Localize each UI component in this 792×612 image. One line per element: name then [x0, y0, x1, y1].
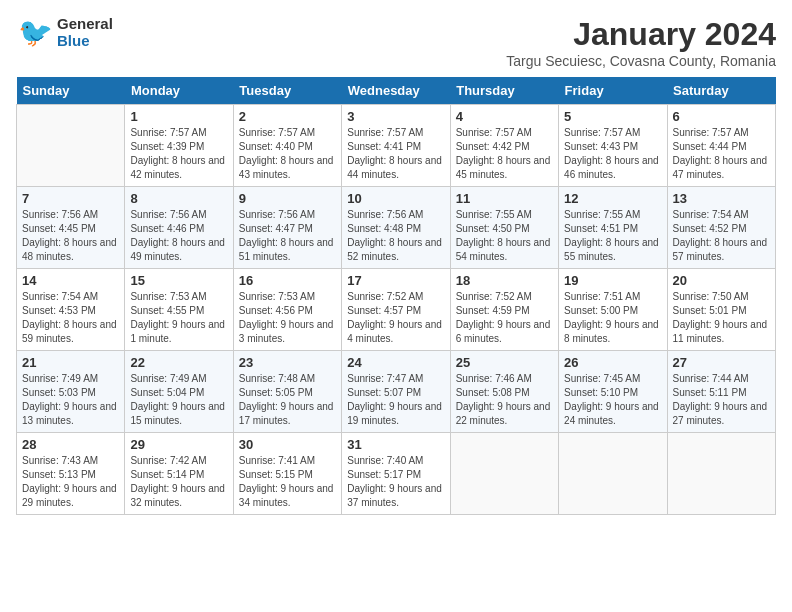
- calendar-cell: 3Sunrise: 7:57 AMSunset: 4:41 PMDaylight…: [342, 105, 450, 187]
- day-number: 4: [456, 109, 553, 124]
- day-number: 25: [456, 355, 553, 370]
- week-row-2: 14Sunrise: 7:54 AMSunset: 4:53 PMDayligh…: [17, 269, 776, 351]
- day-info: Sunrise: 7:47 AMSunset: 5:07 PMDaylight:…: [347, 372, 444, 428]
- day-info: Sunrise: 7:55 AMSunset: 4:51 PMDaylight:…: [564, 208, 661, 264]
- day-number: 11: [456, 191, 553, 206]
- logo-general: General: [57, 16, 113, 33]
- header-day-saturday: Saturday: [667, 77, 775, 105]
- day-info: Sunrise: 7:45 AMSunset: 5:10 PMDaylight:…: [564, 372, 661, 428]
- day-info: Sunrise: 7:57 AMSunset: 4:39 PMDaylight:…: [130, 126, 227, 182]
- calendar-cell: 15Sunrise: 7:53 AMSunset: 4:55 PMDayligh…: [125, 269, 233, 351]
- calendar-cell: 9Sunrise: 7:56 AMSunset: 4:47 PMDaylight…: [233, 187, 341, 269]
- header-day-monday: Monday: [125, 77, 233, 105]
- location-title: Targu Secuiesc, Covasna County, Romania: [506, 53, 776, 69]
- day-number: 22: [130, 355, 227, 370]
- calendar-cell: 13Sunrise: 7:54 AMSunset: 4:52 PMDayligh…: [667, 187, 775, 269]
- day-info: Sunrise: 7:40 AMSunset: 5:17 PMDaylight:…: [347, 454, 444, 510]
- calendar-cell: 24Sunrise: 7:47 AMSunset: 5:07 PMDayligh…: [342, 351, 450, 433]
- calendar-cell: 12Sunrise: 7:55 AMSunset: 4:51 PMDayligh…: [559, 187, 667, 269]
- calendar-cell: 16Sunrise: 7:53 AMSunset: 4:56 PMDayligh…: [233, 269, 341, 351]
- day-info: Sunrise: 7:53 AMSunset: 4:55 PMDaylight:…: [130, 290, 227, 346]
- calendar-cell: 10Sunrise: 7:56 AMSunset: 4:48 PMDayligh…: [342, 187, 450, 269]
- day-number: 16: [239, 273, 336, 288]
- calendar-cell: 5Sunrise: 7:57 AMSunset: 4:43 PMDaylight…: [559, 105, 667, 187]
- day-info: Sunrise: 7:48 AMSunset: 5:05 PMDaylight:…: [239, 372, 336, 428]
- calendar-cell: [667, 433, 775, 515]
- calendar-cell: 23Sunrise: 7:48 AMSunset: 5:05 PMDayligh…: [233, 351, 341, 433]
- day-info: Sunrise: 7:43 AMSunset: 5:13 PMDaylight:…: [22, 454, 119, 510]
- day-info: Sunrise: 7:55 AMSunset: 4:50 PMDaylight:…: [456, 208, 553, 264]
- day-info: Sunrise: 7:57 AMSunset: 4:40 PMDaylight:…: [239, 126, 336, 182]
- day-number: 5: [564, 109, 661, 124]
- day-number: 19: [564, 273, 661, 288]
- day-info: Sunrise: 7:51 AMSunset: 5:00 PMDaylight:…: [564, 290, 661, 346]
- day-number: 3: [347, 109, 444, 124]
- day-number: 29: [130, 437, 227, 452]
- calendar-cell: 4Sunrise: 7:57 AMSunset: 4:42 PMDaylight…: [450, 105, 558, 187]
- page-header: 🐦 General Blue January 2024 Targu Secuie…: [16, 16, 776, 69]
- day-info: Sunrise: 7:52 AMSunset: 4:57 PMDaylight:…: [347, 290, 444, 346]
- logo-text: General Blue: [57, 16, 113, 49]
- day-info: Sunrise: 7:57 AMSunset: 4:41 PMDaylight:…: [347, 126, 444, 182]
- day-info: Sunrise: 7:57 AMSunset: 4:43 PMDaylight:…: [564, 126, 661, 182]
- day-number: 28: [22, 437, 119, 452]
- week-row-0: 1Sunrise: 7:57 AMSunset: 4:39 PMDaylight…: [17, 105, 776, 187]
- calendar-cell: 26Sunrise: 7:45 AMSunset: 5:10 PMDayligh…: [559, 351, 667, 433]
- day-number: 26: [564, 355, 661, 370]
- calendar-cell: 20Sunrise: 7:50 AMSunset: 5:01 PMDayligh…: [667, 269, 775, 351]
- week-row-3: 21Sunrise: 7:49 AMSunset: 5:03 PMDayligh…: [17, 351, 776, 433]
- day-number: 1: [130, 109, 227, 124]
- calendar-cell: 27Sunrise: 7:44 AMSunset: 5:11 PMDayligh…: [667, 351, 775, 433]
- calendar-table: SundayMondayTuesdayWednesdayThursdayFrid…: [16, 77, 776, 515]
- day-number: 6: [673, 109, 770, 124]
- calendar-cell: 17Sunrise: 7:52 AMSunset: 4:57 PMDayligh…: [342, 269, 450, 351]
- week-row-4: 28Sunrise: 7:43 AMSunset: 5:13 PMDayligh…: [17, 433, 776, 515]
- day-info: Sunrise: 7:53 AMSunset: 4:56 PMDaylight:…: [239, 290, 336, 346]
- day-number: 23: [239, 355, 336, 370]
- day-info: Sunrise: 7:57 AMSunset: 4:44 PMDaylight:…: [673, 126, 770, 182]
- day-number: 12: [564, 191, 661, 206]
- calendar-cell: 1Sunrise: 7:57 AMSunset: 4:39 PMDaylight…: [125, 105, 233, 187]
- calendar-cell: 6Sunrise: 7:57 AMSunset: 4:44 PMDaylight…: [667, 105, 775, 187]
- month-title: January 2024: [506, 16, 776, 53]
- day-info: Sunrise: 7:50 AMSunset: 5:01 PMDaylight:…: [673, 290, 770, 346]
- day-number: 10: [347, 191, 444, 206]
- calendar-cell: 22Sunrise: 7:49 AMSunset: 5:04 PMDayligh…: [125, 351, 233, 433]
- day-number: 30: [239, 437, 336, 452]
- day-number: 13: [673, 191, 770, 206]
- calendar-cell: 21Sunrise: 7:49 AMSunset: 5:03 PMDayligh…: [17, 351, 125, 433]
- calendar-cell: 31Sunrise: 7:40 AMSunset: 5:17 PMDayligh…: [342, 433, 450, 515]
- calendar-cell: [450, 433, 558, 515]
- day-number: 2: [239, 109, 336, 124]
- day-number: 24: [347, 355, 444, 370]
- title-section: January 2024 Targu Secuiesc, Covasna Cou…: [506, 16, 776, 69]
- day-info: Sunrise: 7:41 AMSunset: 5:15 PMDaylight:…: [239, 454, 336, 510]
- day-info: Sunrise: 7:56 AMSunset: 4:47 PMDaylight:…: [239, 208, 336, 264]
- calendar-cell: 2Sunrise: 7:57 AMSunset: 4:40 PMDaylight…: [233, 105, 341, 187]
- header-day-friday: Friday: [559, 77, 667, 105]
- header-row: SundayMondayTuesdayWednesdayThursdayFrid…: [17, 77, 776, 105]
- day-number: 27: [673, 355, 770, 370]
- day-info: Sunrise: 7:54 AMSunset: 4:52 PMDaylight:…: [673, 208, 770, 264]
- day-number: 7: [22, 191, 119, 206]
- day-number: 18: [456, 273, 553, 288]
- day-number: 9: [239, 191, 336, 206]
- calendar-cell: 29Sunrise: 7:42 AMSunset: 5:14 PMDayligh…: [125, 433, 233, 515]
- header-day-sunday: Sunday: [17, 77, 125, 105]
- day-info: Sunrise: 7:56 AMSunset: 4:48 PMDaylight:…: [347, 208, 444, 264]
- day-info: Sunrise: 7:49 AMSunset: 5:04 PMDaylight:…: [130, 372, 227, 428]
- day-number: 14: [22, 273, 119, 288]
- day-number: 20: [673, 273, 770, 288]
- logo-blue: Blue: [57, 33, 113, 50]
- day-info: Sunrise: 7:42 AMSunset: 5:14 PMDaylight:…: [130, 454, 227, 510]
- header-day-tuesday: Tuesday: [233, 77, 341, 105]
- calendar-cell: [559, 433, 667, 515]
- calendar-cell: 19Sunrise: 7:51 AMSunset: 5:00 PMDayligh…: [559, 269, 667, 351]
- day-info: Sunrise: 7:57 AMSunset: 4:42 PMDaylight:…: [456, 126, 553, 182]
- calendar-cell: [17, 105, 125, 187]
- calendar-cell: 8Sunrise: 7:56 AMSunset: 4:46 PMDaylight…: [125, 187, 233, 269]
- day-number: 31: [347, 437, 444, 452]
- day-info: Sunrise: 7:46 AMSunset: 5:08 PMDaylight:…: [456, 372, 553, 428]
- day-number: 17: [347, 273, 444, 288]
- day-number: 21: [22, 355, 119, 370]
